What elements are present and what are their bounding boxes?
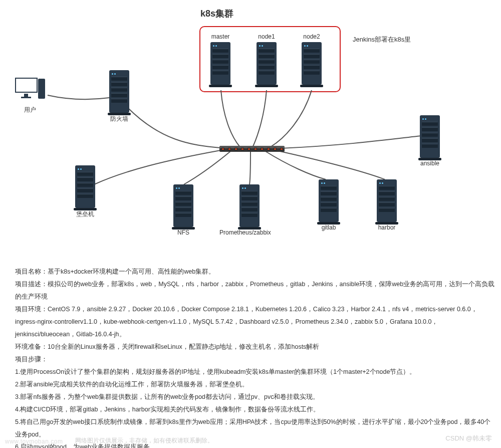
master-label: master bbox=[210, 33, 230, 40]
server-icon bbox=[319, 179, 339, 222]
server-icon bbox=[210, 42, 230, 85]
gitlab-label: gitlab bbox=[319, 224, 339, 231]
ansible-label: ansible bbox=[420, 160, 440, 167]
network-switch bbox=[219, 146, 285, 152]
steps-hdr: 项目步骤： bbox=[15, 353, 496, 366]
promzbx-node: Prometheus/zabbix bbox=[239, 184, 271, 236]
node1-label: node1 bbox=[257, 33, 277, 40]
step-2: 2.部署ansible完成相关软件的自动化运维工作，部署防火墙服务器，部署堡垒机… bbox=[15, 378, 496, 391]
nfs-label: NFS bbox=[173, 229, 193, 236]
promzbx-label: Prometheus/zabbix bbox=[219, 229, 271, 236]
step-1: 1.使用ProcessOn设计了整个集群的架构，规划好服务器的IP地址，使用ku… bbox=[15, 366, 496, 378]
env-prep: 环境准备：10台全新的Linux服务器，关闭firewall和seLinux，配… bbox=[15, 341, 496, 353]
bastion-label: 堡垒机 bbox=[75, 210, 95, 218]
user-label: 用户 bbox=[15, 106, 45, 114]
pc-icon bbox=[15, 78, 45, 104]
firewall-label: 防火墙 bbox=[109, 115, 129, 123]
server-icon bbox=[377, 179, 397, 222]
server-icon bbox=[173, 184, 193, 227]
watermark-center: 网络图片仅供展示，非存储，如有侵权请联系删除。 bbox=[75, 436, 213, 445]
node1-node: node1 bbox=[257, 33, 277, 85]
harbor-label: harbor bbox=[377, 224, 397, 231]
gitlab-node: gitlab bbox=[319, 179, 339, 231]
node2-label: node2 bbox=[302, 33, 322, 40]
ansible-node: ansible bbox=[420, 115, 440, 167]
harbor-node: harbor bbox=[377, 179, 397, 231]
step-4: 4.构建CI/CD环境，部署gitlab，Jenkins，harbor实现相关的… bbox=[15, 403, 496, 416]
watermark-right: CSDN @韩未零 bbox=[445, 434, 492, 443]
user-node: 用户 bbox=[15, 78, 45, 114]
diagram-title: k8s集群 bbox=[200, 8, 233, 20]
server-icon bbox=[75, 165, 95, 208]
proj-env: 项目环境：CentOS 7.9，ansible 2.9.27，Docker 20… bbox=[15, 303, 496, 341]
server-icon bbox=[420, 115, 440, 158]
architecture-diagram: k8s集群 Jenkins部署在k8s里 bbox=[0, 0, 501, 241]
node2-node: node2 bbox=[302, 33, 322, 85]
project-description: 项目名称：基于k8s+docker环境构建一个高可用、高性能的web集群。 项目… bbox=[15, 266, 496, 448]
proj-desc: 项目描述：模拟公司的web业务，部署k8s，web，MySQL，nfs，harb… bbox=[15, 278, 496, 303]
bastion-node: 堡垒机 bbox=[75, 165, 95, 218]
nfs-node: NFS bbox=[173, 184, 193, 236]
server-icon bbox=[257, 42, 277, 85]
server-icon bbox=[239, 184, 260, 227]
jenkins-note: Jenkins部署在k8s里 bbox=[353, 35, 411, 44]
watermark-left: www.toymoban.com bbox=[5, 438, 63, 445]
proj-name: 项目名称：基于k8s+docker环境构建一个高可用、高性能的web集群。 bbox=[15, 266, 496, 278]
step-3: 3.部署nfs服务器，为整个web集群提供数据，让所有的web业务pod都去访问… bbox=[15, 391, 496, 403]
firewall-node: 防火墙 bbox=[109, 70, 129, 123]
master-node: master bbox=[210, 33, 230, 85]
server-icon bbox=[302, 42, 322, 85]
server-icon bbox=[109, 70, 129, 113]
